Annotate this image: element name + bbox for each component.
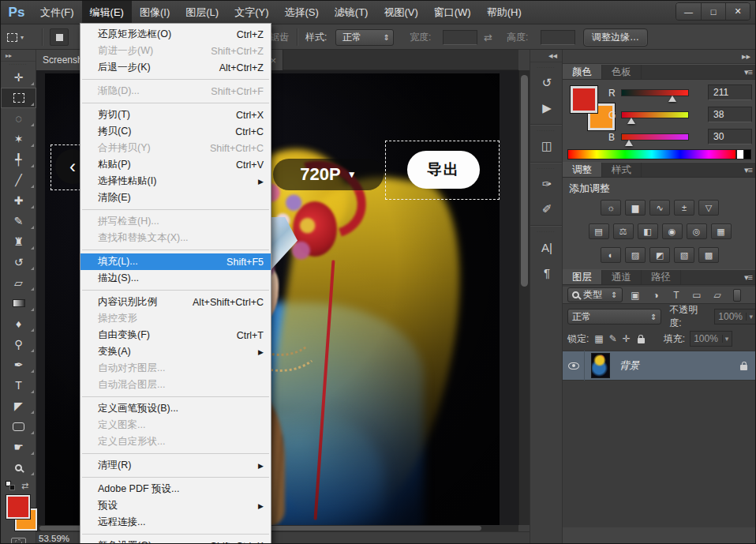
spot-healing-tool[interactable]: ✚ (1, 190, 36, 211)
layer-visibility-toggle[interactable] (563, 351, 585, 381)
layer-thumbnail[interactable] (591, 353, 610, 378)
menubar-item[interactable]: 选择(S) (276, 1, 326, 24)
menu-item[interactable]: 描边(S)... (80, 270, 271, 287)
menu-item[interactable]: 远程连接... (80, 514, 271, 531)
magic-wand-tool[interactable]: ✶ (1, 129, 36, 149)
lock-pixels-icon[interactable]: ✎ (609, 333, 617, 344)
lock-all-icon[interactable] (638, 338, 645, 343)
color-tab[interactable]: 颜色 (563, 65, 602, 79)
color-tab[interactable]: 色板 (602, 65, 642, 79)
menu-item[interactable]: 粘贴(P)Ctrl+V (80, 156, 271, 173)
filter-smart-objects-icon[interactable]: ▱ (709, 288, 725, 302)
filter-pixel-layers-icon[interactable]: ▣ (627, 288, 643, 302)
filter-adjustment-layers-icon[interactable]: ◑ (648, 288, 664, 302)
slider-thumb[interactable] (668, 96, 676, 102)
lock-transparent-icon[interactable]: ▦ (594, 333, 603, 344)
close-button[interactable]: ✕ (725, 3, 750, 20)
refine-edge-button[interactable]: 调整边缘… (583, 28, 648, 47)
zoom-level[interactable]: 53.59% (39, 534, 69, 543)
actions-panel-icon[interactable]: ▶ (530, 96, 563, 121)
panel-menu-icon[interactable]: ▾≡ (744, 67, 752, 77)
scrollbar-thumb[interactable] (521, 75, 528, 287)
swap-dimensions-icon[interactable]: ⇄ (484, 24, 492, 50)
clone-stamp-tool[interactable]: ♜ (1, 231, 36, 252)
path-select-tool[interactable]: ◤ (1, 396, 36, 416)
layer-filter-toggle[interactable] (733, 289, 741, 302)
menubar-item[interactable]: 窗口(W) (426, 1, 479, 24)
color-lookup-icon[interactable]: ▦ (711, 223, 732, 239)
lock-position-icon[interactable]: ✛ (623, 333, 631, 344)
history-brush-tool[interactable]: ↺ (1, 252, 36, 272)
spectrum-black-swatch[interactable] (743, 149, 751, 159)
menu-item[interactable]: 还原矩形选框(O)Ctrl+Z (80, 26, 271, 43)
filter-type-layers-icon[interactable]: T (668, 288, 684, 302)
levels-icon[interactable]: ▆ (625, 200, 646, 216)
opacity-value[interactable]: 100% ▾ (714, 309, 756, 325)
width-input[interactable] (443, 30, 477, 45)
layers-tab[interactable]: 图层 (563, 270, 602, 284)
adjustments-tab[interactable]: 调整 (563, 163, 602, 177)
brightness-contrast-icon[interactable]: ☼ (601, 200, 621, 216)
menu-item[interactable]: 变换(A)▶ (80, 343, 271, 360)
menubar-item[interactable]: 图层(L) (178, 1, 226, 24)
gradient-map-icon[interactable]: ▧ (674, 247, 694, 263)
invert-icon[interactable]: ◐ (601, 247, 621, 263)
fill-value[interactable]: 100% ▾ (690, 331, 732, 347)
brush-tool[interactable]: ✎ (1, 211, 36, 231)
menu-item[interactable]: 填充(L)...Shift+F5 (80, 253, 271, 270)
menu-item[interactable]: 清除(E) (80, 189, 271, 206)
layer-row-background[interactable]: 背景 (563, 351, 756, 381)
menu-item[interactable]: 内容识别比例Alt+Shift+Ctrl+C (80, 294, 271, 310)
menu-item[interactable]: 自由变换(F)Ctrl+T (80, 327, 271, 343)
menubar-item[interactable]: 图像(I) (132, 1, 178, 24)
menubar-item[interactable]: 帮助(H) (479, 1, 530, 24)
layer-filter-type-select[interactable]: 类型 ⇕ (567, 287, 623, 302)
pen-tool[interactable]: ✒ (1, 355, 36, 375)
menu-item[interactable]: 预设▶ (80, 497, 271, 514)
posterize-icon[interactable]: ▨ (625, 247, 646, 263)
crop-tool[interactable]: ╃ (1, 149, 36, 170)
export-button[interactable]: 导出 (407, 151, 480, 189)
menu-item[interactable]: 拷贝(C)Ctrl+C (80, 123, 271, 140)
hue-saturation-icon[interactable]: ▤ (589, 223, 609, 239)
maximize-button[interactable]: □ (701, 3, 725, 20)
eyedropper-tool[interactable]: ╱ (1, 170, 36, 190)
quick-mask-button[interactable] (11, 538, 26, 544)
layers-tab[interactable]: 路径 (642, 270, 681, 284)
menubar-item[interactable]: 文字(Y) (226, 1, 276, 24)
threshold-icon[interactable]: ◩ (649, 247, 670, 263)
menu-item[interactable]: 剪切(T)Ctrl+X (80, 107, 271, 123)
history-panel-icon[interactable]: ↺ (530, 70, 563, 96)
move-tool[interactable]: ✛ (1, 67, 36, 88)
character-panel-icon[interactable]: A| (530, 234, 563, 260)
lasso-tool[interactable]: ◌ (1, 108, 36, 129)
foreground-color-swatch[interactable] (6, 495, 30, 519)
default-colors-icon[interactable] (6, 481, 15, 490)
dock-expand-button[interactable]: ◂◂ (530, 50, 562, 62)
channel-value[interactable]: 211 (708, 84, 752, 100)
menu-item[interactable]: 清理(R)▶ (80, 457, 271, 474)
exposure-icon[interactable]: ± (674, 200, 694, 216)
menubar-item[interactable]: 滤镜(T) (327, 1, 376, 24)
rect-marquee-tool[interactable] (1, 88, 36, 108)
menubar-item[interactable]: 编辑(E) (82, 1, 132, 24)
blur-tool[interactable]: ♦ (1, 313, 36, 334)
channel-value[interactable]: 30 (708, 129, 752, 144)
menu-item[interactable]: Adobe PDF 预设... (80, 481, 271, 497)
resolution-button[interactable]: 720P ▼ (273, 159, 384, 190)
slider-thumb[interactable] (625, 140, 633, 146)
vertical-scrollbar[interactable] (518, 70, 530, 525)
channel-value[interactable]: 38 (708, 107, 752, 122)
shape-tool[interactable] (1, 416, 36, 437)
brush-panel-icon[interactable]: ✐ (530, 197, 563, 222)
filter-shape-layers-icon[interactable]: ▭ (689, 288, 705, 302)
swap-colors-icon[interactable]: ⇄ (21, 481, 28, 491)
channel-mixer-icon[interactable]: ◎ (687, 223, 707, 239)
menubar-item[interactable]: 文件(F) (32, 1, 82, 24)
properties-panel-icon[interactable]: ◫ (530, 133, 563, 159)
adjustments-tab[interactable]: 样式 (602, 163, 642, 177)
slider-thumb[interactable] (627, 118, 635, 124)
channel-slider[interactable] (621, 89, 689, 96)
panel-menu-icon[interactable]: ▾≡ (744, 272, 752, 283)
menubar-item[interactable]: 视图(V) (376, 1, 425, 24)
